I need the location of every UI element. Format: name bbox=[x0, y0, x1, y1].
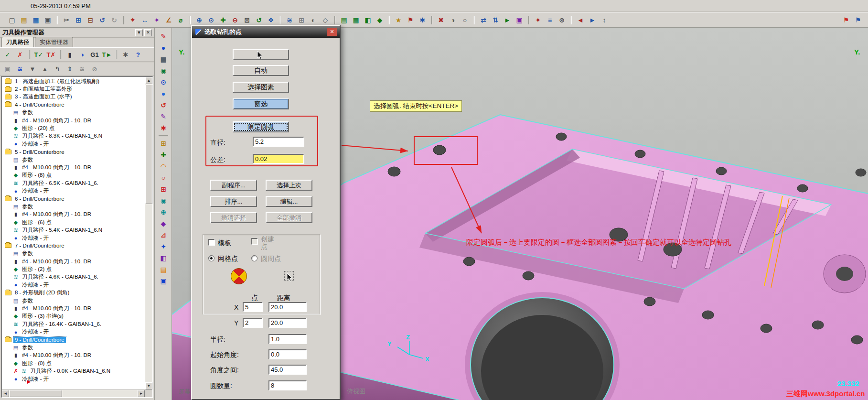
regen-selected-icon[interactable]: T✓ bbox=[33, 49, 44, 60]
edit-button[interactable]: 编辑... bbox=[266, 196, 312, 207]
wave-gray-icon[interactable]: ≋ bbox=[76, 64, 88, 74]
tree-item[interactable]: ◆图形 - (6) 点 bbox=[2, 218, 144, 226]
iso-view-icon[interactable]: ◆ bbox=[375, 15, 385, 25]
cut-icon[interactable]: ✂ bbox=[61, 15, 72, 25]
tree-item[interactable]: 8 - 外形铣削 (2D 倒角) bbox=[2, 289, 144, 297]
tree-item[interactable]: ▤参数 bbox=[2, 344, 144, 351]
print-icon[interactable]: ▣ bbox=[43, 15, 53, 25]
limit-arc-button[interactable]: 限定圆弧 bbox=[233, 121, 289, 132]
tree-item[interactable]: ●冷却液 - 开 bbox=[2, 234, 144, 242]
window-select-button[interactable]: 窗选 bbox=[233, 98, 289, 109]
analyze-diameter-icon[interactable]: ⌀ bbox=[175, 15, 186, 25]
tree-item[interactable]: ▮#4 - M10.00 倒角刀 - 10. DR bbox=[2, 304, 144, 312]
flag-blue-icon[interactable]: ⚑ bbox=[853, 15, 863, 25]
lock-icon[interactable]: ▣ bbox=[2, 64, 13, 74]
analyze-position-icon[interactable]: ⌖ bbox=[128, 15, 138, 25]
analyze-dynamic-icon[interactable]: ✦ bbox=[151, 15, 162, 25]
tree-item[interactable]: ▤参数 bbox=[2, 297, 144, 304]
scroll-right-button[interactable]: ► bbox=[138, 390, 145, 397]
post-g1-icon[interactable]: G1 bbox=[89, 49, 100, 60]
red-triangle-icon[interactable]: ⊿ bbox=[157, 229, 170, 240]
auto-button[interactable]: 自动 bbox=[233, 65, 289, 76]
tree-item[interactable]: 7 - Drill/Counterbore bbox=[2, 242, 144, 249]
help-icon[interactable]: ? bbox=[132, 49, 144, 60]
analyze-angle-icon[interactable]: ∠ bbox=[163, 15, 174, 25]
tree-item[interactable]: 2 - 曲面精加工等高外形 bbox=[2, 85, 144, 93]
tree-item[interactable]: 3 - 高速曲面加工 (水平) bbox=[2, 93, 144, 101]
top-view-icon[interactable]: ▤ bbox=[339, 15, 349, 25]
tree-item[interactable]: 4 - Drill/Counterbore bbox=[2, 101, 144, 108]
radius-field[interactable] bbox=[268, 334, 307, 344]
sphere-icon[interactable]: ● bbox=[157, 88, 170, 99]
tree-item[interactable]: ▤参数 bbox=[2, 109, 144, 117]
tree-item[interactable]: ▮#4 - M10.00 倒角刀 - 10. DR bbox=[2, 258, 144, 265]
sketch-pencil-icon[interactable]: ✎ bbox=[157, 31, 170, 42]
tree-item[interactable]: ≋刀具路径 - 6.5K - GAIBAN-1_6. bbox=[2, 179, 144, 187]
x-count-field[interactable] bbox=[243, 302, 263, 312]
bolt-hole[interactable] bbox=[836, 267, 853, 281]
repaint-icon[interactable]: ≋ bbox=[284, 15, 295, 25]
select-entities-button[interactable]: 选择图素 bbox=[233, 82, 289, 93]
scroll-left-button[interactable]: ◄ bbox=[2, 390, 9, 397]
brush-icon[interactable]: ✎ bbox=[157, 111, 170, 122]
tree-item[interactable]: ≋刀具路径 - 8.3K - GAIBAN-1_6.N bbox=[2, 132, 144, 140]
create-arc-icon[interactable]: ◠ bbox=[157, 161, 170, 172]
backplot-icon[interactable]: ► bbox=[502, 15, 513, 25]
operations-icon[interactable]: ≡ bbox=[545, 15, 555, 25]
prev-view-icon[interactable]: ◄ bbox=[575, 15, 586, 25]
undo-arrow-icon[interactable]: ↺ bbox=[157, 99, 170, 110]
tree-item[interactable]: ≋刀具路径 - 5.4K - GAIBAN-1_6.N bbox=[2, 226, 144, 234]
layers-icon[interactable]: ▤ bbox=[157, 264, 170, 275]
backplot-icon[interactable]: ▮ bbox=[64, 49, 75, 60]
move-down-icon[interactable]: ▼ bbox=[27, 64, 38, 74]
y-count-field[interactable] bbox=[243, 318, 263, 328]
tree-item[interactable]: ◆图形 - (20) 点 bbox=[2, 124, 144, 132]
create-circle-icon[interactable]: ○ bbox=[157, 172, 170, 183]
tree-item[interactable]: ▮#4 - M10.00 倒角刀 - 10. DR bbox=[2, 211, 144, 218]
tree-item[interactable]: ●冷却液 - 开 bbox=[2, 187, 144, 195]
blank-entity-icon[interactable]: ○ bbox=[460, 15, 470, 25]
select-all-icon[interactable]: ✓ bbox=[2, 49, 13, 60]
dialog-close-button[interactable]: ✕ bbox=[327, 28, 337, 36]
tree-item[interactable]: ▮#4 - M10.00 倒角刀 - 10. DR bbox=[2, 352, 144, 359]
move-up-icon[interactable]: ▲ bbox=[39, 64, 51, 74]
machine-icon[interactable]: ⊗ bbox=[557, 15, 567, 25]
undo-icon[interactable]: ↺ bbox=[97, 15, 107, 25]
tab-toolpaths[interactable]: 刀具路径 bbox=[1, 37, 34, 47]
wcs-icon[interactable]: ✱ bbox=[417, 15, 428, 25]
grid-points-radio[interactable] bbox=[208, 255, 214, 261]
dynamic-rotate-icon[interactable]: ↺ bbox=[254, 15, 264, 25]
panel-dropdown-button[interactable]: ▼ bbox=[135, 29, 143, 36]
teal-sphere-icon[interactable]: ◉ bbox=[157, 195, 170, 206]
analyze-ball-icon[interactable]: ● bbox=[157, 42, 170, 53]
front-view-icon[interactable]: ▦ bbox=[351, 15, 361, 25]
save-disk-icon[interactable]: ▦ bbox=[157, 54, 170, 65]
scrollbar-thumb[interactable] bbox=[145, 85, 152, 204]
tree-item[interactable]: ●冷却液 - 开 bbox=[2, 375, 144, 383]
tree-item[interactable]: ●冷却液 - 开 bbox=[2, 140, 144, 148]
create-point-icon[interactable]: ✚ bbox=[157, 149, 170, 160]
open-file-icon[interactable]: ▤ bbox=[19, 15, 29, 25]
tree-item[interactable]: ●冷却液 - 开 bbox=[2, 281, 144, 289]
tree-item[interactable]: ◆图形 - (2) 点 bbox=[2, 265, 144, 273]
globe-icon[interactable]: ⊙ bbox=[157, 76, 170, 87]
delete-entity-icon[interactable]: ✖ bbox=[436, 15, 446, 25]
pan-icon[interactable]: ❖ bbox=[266, 15, 276, 25]
scroll-down-button[interactable]: ▼ bbox=[145, 382, 152, 389]
zoom-target-icon[interactable]: ⊙ bbox=[206, 15, 216, 25]
paste-icon[interactable]: ⊟ bbox=[85, 15, 96, 25]
tree-item[interactable]: ▤参数 bbox=[2, 156, 144, 163]
highfeed-icon[interactable]: ✦ bbox=[533, 15, 543, 25]
zoom-in-icon[interactable]: ✚ bbox=[218, 15, 228, 25]
tree-item[interactable]: 5 - Drill/Counterbore bbox=[2, 148, 144, 156]
tree-item[interactable]: 9 - Drill/Counterbore bbox=[2, 336, 144, 344]
next-view-icon[interactable]: ► bbox=[587, 15, 598, 25]
tree-item[interactable]: ≋刀具路径 - 16.4K - GAIBAN-1_6. bbox=[2, 320, 144, 328]
tree-item[interactable]: ◆图形 - (3) 串连(s) bbox=[2, 313, 144, 320]
zoom-window-icon[interactable]: ⊕ bbox=[194, 15, 204, 25]
verify-icon[interactable]: ◑ bbox=[76, 49, 88, 60]
planes-icon[interactable]: ⚑ bbox=[405, 15, 416, 25]
feed-icon[interactable]: ⇄ bbox=[478, 15, 489, 25]
purple-diamond-icon[interactable]: ◆ bbox=[157, 218, 170, 229]
hide-entity-icon[interactable]: ◑ bbox=[448, 15, 458, 25]
